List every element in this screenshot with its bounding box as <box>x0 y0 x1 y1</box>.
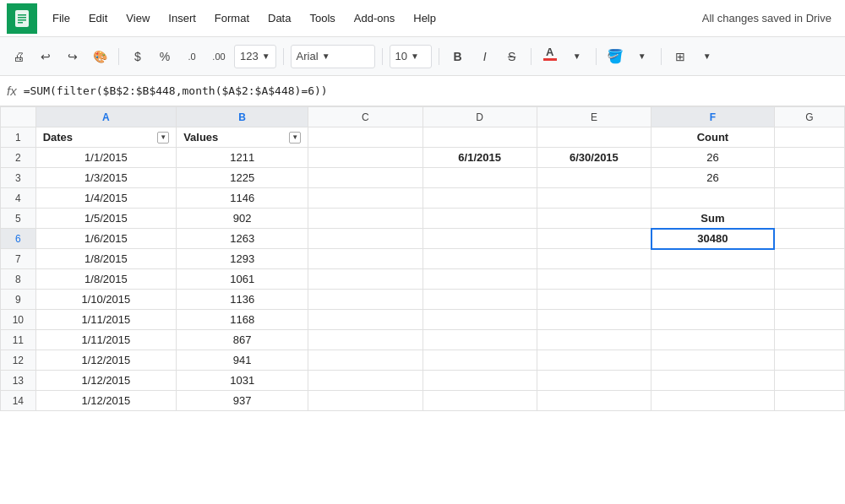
cell-D12[interactable] <box>422 350 537 371</box>
cell-G9[interactable] <box>774 290 844 310</box>
row-header-7[interactable]: 7 <box>1 249 36 269</box>
cell-C13[interactable] <box>308 371 422 391</box>
cell-F10[interactable] <box>651 310 775 330</box>
cell-G10[interactable] <box>774 310 844 330</box>
cell-F3[interactable]: 26 <box>651 168 775 188</box>
fill-color-dropdown[interactable]: ▼ <box>630 45 654 68</box>
borders-dropdown[interactable]: ▼ <box>695 45 719 68</box>
decimal-decrease-button[interactable]: .0 <box>180 45 204 68</box>
cell-C4[interactable] <box>308 188 422 209</box>
cell-B11[interactable]: 867 <box>177 330 308 350</box>
col-header-b[interactable]: B <box>177 107 308 127</box>
cell-E7[interactable] <box>537 249 651 269</box>
font-size-dropdown[interactable]: 10 ▼ <box>390 45 432 68</box>
cell-C9[interactable] <box>308 290 422 310</box>
font-dropdown[interactable]: Arial ▼ <box>291 45 375 68</box>
row-header-2[interactable]: 2 <box>1 148 36 168</box>
currency-button[interactable]: $ <box>126 45 150 68</box>
cell-F6[interactable]: 30480 <box>651 229 775 249</box>
redo-button[interactable]: ↪ <box>61 45 84 68</box>
row-header-3[interactable]: 3 <box>1 168 36 188</box>
cell-B9[interactable]: 1136 <box>177 290 308 310</box>
cell-B6[interactable]: 1263 <box>177 229 308 249</box>
cell-D14[interactable] <box>422 391 537 411</box>
cell-F13[interactable] <box>651 371 775 391</box>
cell-E12[interactable] <box>537 350 651 371</box>
cell-C2[interactable] <box>308 148 422 168</box>
decimal-increase-button[interactable]: .00 <box>207 45 231 68</box>
cell-B2[interactable]: 1211 <box>177 148 308 168</box>
filter-icon-A[interactable]: ▼ <box>157 132 169 144</box>
col-header-d[interactable]: D <box>422 107 537 127</box>
cell-B8[interactable]: 1061 <box>177 269 308 290</box>
cell-C3[interactable] <box>308 168 422 188</box>
col-header-g[interactable]: G <box>774 107 844 127</box>
cell-A11[interactable]: 1/11/2015 <box>35 330 177 350</box>
menu-file[interactable]: File <box>44 8 79 28</box>
cell-D11[interactable] <box>422 330 537 350</box>
cell-B13[interactable]: 1031 <box>177 371 308 391</box>
cell-D9[interactable] <box>422 290 537 310</box>
cell-D4[interactable] <box>422 188 537 209</box>
cell-F8[interactable] <box>651 269 775 290</box>
cell-D8[interactable] <box>422 269 537 290</box>
col-header-e[interactable]: E <box>537 107 651 127</box>
row-header-12[interactable]: 12 <box>1 350 36 371</box>
formula-input[interactable] <box>24 84 838 97</box>
cell-D7[interactable] <box>422 249 537 269</box>
row-header-9[interactable]: 9 <box>1 290 36 310</box>
menu-tools[interactable]: Tools <box>301 8 343 28</box>
cell-A13[interactable]: 1/12/2015 <box>35 371 177 391</box>
cell-A3[interactable]: 1/3/2015 <box>35 168 177 188</box>
cell-D6[interactable] <box>422 229 537 249</box>
cell-A5[interactable]: 1/5/2015 <box>35 209 177 229</box>
bold-button[interactable]: B <box>446 45 470 68</box>
cell-G4[interactable] <box>774 188 844 209</box>
cell-E2[interactable]: 6/30/2015 <box>537 148 651 168</box>
cell-B7[interactable]: 1293 <box>177 249 308 269</box>
cell-A4[interactable]: 1/4/2015 <box>35 188 177 209</box>
borders-button[interactable]: ⊞ <box>668 45 692 68</box>
cell-C6[interactable] <box>308 229 422 249</box>
cell-C8[interactable] <box>308 269 422 290</box>
cell-E8[interactable] <box>537 269 651 290</box>
cell-B10[interactable]: 1168 <box>177 310 308 330</box>
row-header-8[interactable]: 8 <box>1 269 36 290</box>
cell-B3[interactable]: 1225 <box>177 168 308 188</box>
row-header-4[interactable]: 4 <box>1 188 36 209</box>
cell-A8[interactable]: 1/8/2015 <box>35 269 177 290</box>
row-header-10[interactable]: 10 <box>1 310 36 330</box>
cell-C7[interactable] <box>308 249 422 269</box>
cell-G13[interactable] <box>774 371 844 391</box>
cell-F9[interactable] <box>651 290 775 310</box>
menu-insert[interactable]: Insert <box>160 8 204 28</box>
cell-B14[interactable]: 937 <box>177 391 308 411</box>
menu-edit[interactable]: Edit <box>80 8 116 28</box>
cell-F7[interactable] <box>651 249 775 269</box>
cell-E4[interactable] <box>537 188 651 209</box>
cell-F14[interactable] <box>651 391 775 411</box>
cell-A2[interactable]: 1/1/2015 <box>35 148 177 168</box>
cell-A7[interactable]: 1/8/2015 <box>35 249 177 269</box>
print-button[interactable]: 🖨 <box>7 45 30 68</box>
cell-E3[interactable] <box>537 168 651 188</box>
row-header-5[interactable]: 5 <box>1 209 36 229</box>
row-header-14[interactable]: 14 <box>1 391 36 411</box>
cell-E10[interactable] <box>537 310 651 330</box>
col-header-f[interactable]: F <box>651 107 775 127</box>
cell-G11[interactable] <box>774 330 844 350</box>
filter-icon-B[interactable]: ▼ <box>289 132 301 144</box>
cell-A6[interactable]: 1/6/2015 <box>35 229 177 249</box>
row-header-13[interactable]: 13 <box>1 371 36 391</box>
cell-A12[interactable]: 1/12/2015 <box>35 350 177 371</box>
cell-F5[interactable]: Sum <box>651 209 775 229</box>
menu-addons[interactable]: Add-ons <box>346 8 403 28</box>
row-header-11[interactable]: 11 <box>1 330 36 350</box>
cell-F4[interactable] <box>651 188 775 209</box>
cell-C11[interactable] <box>308 330 422 350</box>
menu-format[interactable]: Format <box>206 8 258 28</box>
cell-G3[interactable] <box>774 168 844 188</box>
undo-button[interactable]: ↩ <box>34 45 57 68</box>
cell-C1[interactable] <box>308 127 422 148</box>
cell-E1[interactable] <box>537 127 651 148</box>
